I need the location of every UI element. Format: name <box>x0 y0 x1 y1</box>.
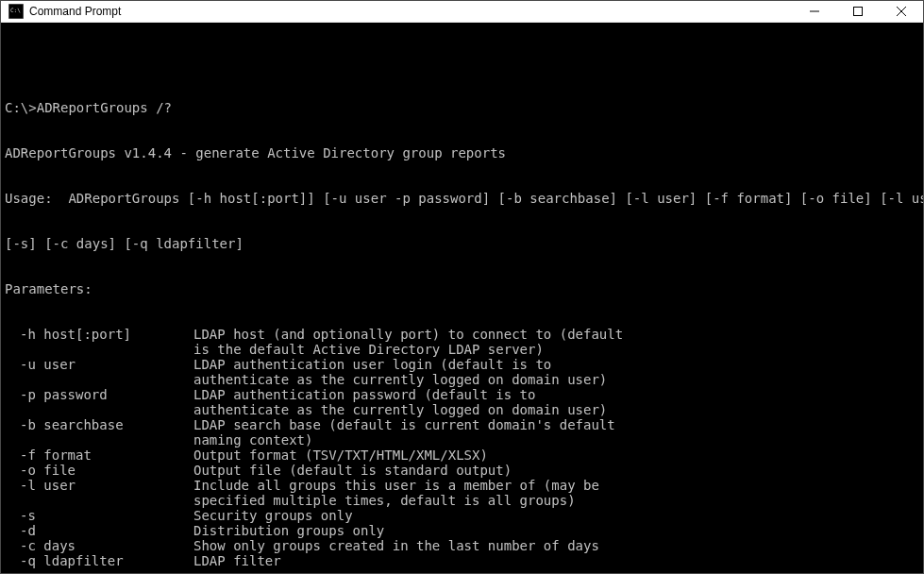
terminal-line: Usage: ADReportGroups [-h host[:port]] [… <box>5 191 919 206</box>
param-desc: LDAP authentication password (default is… <box>193 387 535 402</box>
param-flag: -d <box>5 523 193 538</box>
param-desc: LDAP authentication user login (default … <box>193 357 551 372</box>
param-row: -dDistribution groups only <box>5 523 919 538</box>
param-row: specified multiple times, default is all… <box>5 493 919 508</box>
param-desc-cont: naming context) <box>193 432 312 447</box>
param-flag: -o file <box>5 463 193 478</box>
param-row: authenticate as the currently logged on … <box>5 402 919 417</box>
terminal-line: ADReportGroups v1.4.4 - generate Active … <box>5 145 919 160</box>
param-desc: Distribution groups only <box>193 523 384 538</box>
cmd-icon: C:\ <box>8 4 24 19</box>
param-desc-cont: authenticate as the currently logged on … <box>193 372 607 387</box>
param-desc-cont: authenticate as the currently logged on … <box>193 402 607 417</box>
terminal-line: [-s] [-c days] [-q ldapfilter] <box>5 236 919 251</box>
terminal-line: C:\>ADReportGroups /? <box>5 100 919 115</box>
param-flag: -c days <box>5 538 193 553</box>
close-button[interactable] <box>880 1 923 22</box>
titlebar[interactable]: C:\ Command Prompt <box>1 1 923 23</box>
param-desc: Security groups only <box>193 508 353 523</box>
param-row: authenticate as the currently logged on … <box>5 372 919 387</box>
param-flag: -l user <box>5 478 193 493</box>
terminal-output[interactable]: C:\>ADReportGroups /? ADReportGroups v1.… <box>1 23 923 573</box>
param-desc: LDAP search base (default is current dom… <box>193 417 615 432</box>
param-desc: LDAP host (and optionally port) to conne… <box>193 327 623 342</box>
param-flag: -b searchbase <box>5 417 193 432</box>
param-row: -q ldapfilterLDAP filter <box>5 553 919 568</box>
param-row: naming context) <box>5 432 919 447</box>
param-desc: Output file (default is standard output) <box>193 463 512 478</box>
param-row: -sSecurity groups only <box>5 508 919 523</box>
svg-rect-4 <box>854 8 863 16</box>
param-flag: -s <box>5 508 193 523</box>
param-row: -b searchbaseLDAP search base (default i… <box>5 417 919 432</box>
param-row: -f formatOutput format (TSV/TXT/HTML/XML… <box>5 447 919 463</box>
param-flag: -h host[:port] <box>5 327 193 342</box>
param-flag: -p password <box>5 387 193 402</box>
param-row: -l userInclude all groups this user is a… <box>5 478 919 493</box>
titlebar-controls <box>793 1 923 22</box>
maximize-button[interactable] <box>836 1 880 22</box>
param-flag: -f format <box>5 447 193 463</box>
terminal-line: Parameters: <box>5 281 919 296</box>
window-title: Command Prompt <box>29 5 121 18</box>
param-desc: Output format (TSV/TXT/HTML/XML/XLSX) <box>193 447 488 463</box>
param-flag: -u user <box>5 357 193 372</box>
param-row: -u userLDAP authentication user login (d… <box>5 357 919 372</box>
param-row: -o fileOutput file (default is standard … <box>5 463 919 478</box>
param-desc: LDAP filter <box>193 553 281 568</box>
minimize-button[interactable] <box>793 1 836 22</box>
param-row: -p passwordLDAP authentication password … <box>5 387 919 402</box>
param-flag: -q ldapfilter <box>5 553 193 568</box>
param-desc-cont: is the default Active Directory LDAP ser… <box>193 342 544 357</box>
param-desc: Include all groups this user is a member… <box>193 478 599 493</box>
param-row: is the default Active Directory LDAP ser… <box>5 342 919 357</box>
param-row: -c daysShow only groups created in the l… <box>5 538 919 553</box>
svg-text:C:\: C:\ <box>10 7 21 13</box>
param-desc: Show only groups created in the last num… <box>193 538 599 553</box>
command-prompt-window: C:\ Command Prompt C:\>ADReportGroups /?… <box>0 0 924 574</box>
param-row: -h host[:port]LDAP host (and optionally … <box>5 327 919 342</box>
param-desc-cont: specified multiple times, default is all… <box>193 493 576 508</box>
